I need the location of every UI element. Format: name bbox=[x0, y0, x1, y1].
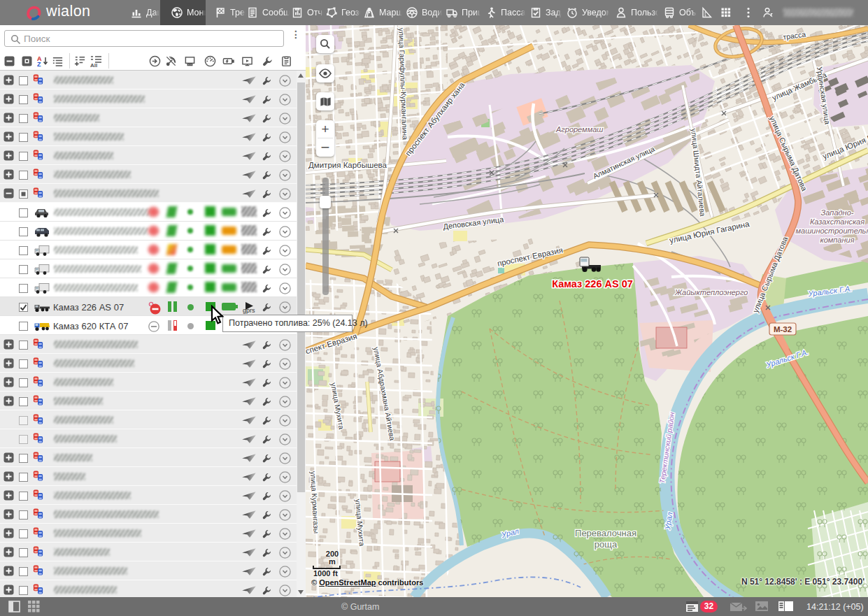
svg-text:Дмитрия Карбышева: Дмитрия Карбышева bbox=[308, 161, 387, 169]
svg-text:Жайыктеплоэнерго: Жайыктеплоэнерго bbox=[674, 288, 748, 296]
svg-text:Агрореммаш: Агрореммаш bbox=[555, 125, 603, 134]
svg-text:Камаз 226 AS 07: Камаз 226 AS 07 bbox=[552, 278, 633, 289]
svg-text:М-32: М-32 bbox=[774, 325, 792, 334]
svg-text:Казахстанская: Казахстанская bbox=[810, 217, 865, 226]
svg-text:компания: компания bbox=[820, 236, 854, 244]
svg-text:Западно-: Западно- bbox=[821, 208, 854, 217]
svg-text:машиностроительная: машиностроительная bbox=[796, 227, 868, 235]
svg-text:Z: Z bbox=[37, 61, 41, 67]
svg-text:Перевалочная: Перевалочная bbox=[575, 528, 636, 538]
svg-text:роща: роща bbox=[595, 539, 618, 550]
svg-text:All: All bbox=[90, 62, 97, 68]
